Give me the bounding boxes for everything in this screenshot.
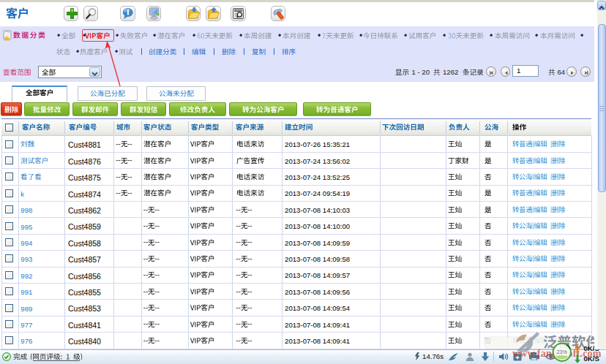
svg-text:23%: 23% <box>557 349 568 355</box>
